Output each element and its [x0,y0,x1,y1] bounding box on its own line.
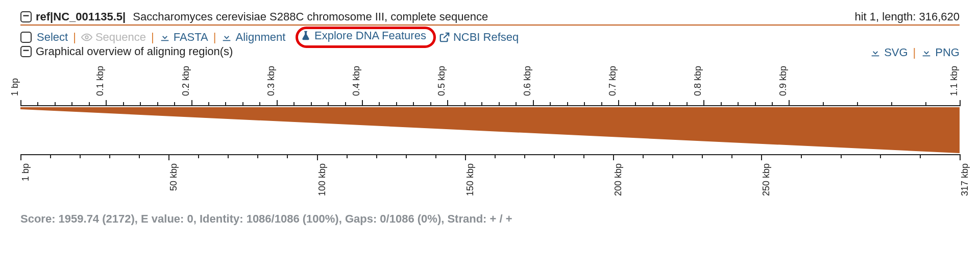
select-checkbox[interactable] [20,32,32,43]
fasta-link[interactable]: FASTA [159,31,208,44]
top-axis: 1 bp0.1 kbp0.2 kbp0.3 kbp0.4 kbp0.5 kbp0… [20,69,960,106]
export-png-link[interactable]: PNG [921,46,960,59]
svg-marker-1 [20,107,960,153]
axis-tick-label: 250 kbp [761,163,772,196]
eye-icon [81,32,92,43]
axis-tick-label: 50 kbp [168,163,179,191]
highlight-annotation: Explore DNA Features [296,27,436,48]
export-svg-link[interactable]: SVG [870,46,908,59]
axis-tick-label: 200 kbp [613,163,624,196]
hit-length: hit 1, length: 316,620 [855,10,960,23]
axis-tick-label: 0.8 kbp [693,66,703,96]
ref-description: Saccharomyces cerevisiae S288C chromosom… [133,10,488,23]
axis-tick-label: 0.9 kbp [778,66,789,96]
collapse-toggle-icon[interactable] [20,46,32,57]
axis-tick-label: 0.5 kbp [436,66,447,96]
axis-tick-label: 0.1 kbp [95,66,106,96]
alignment-label: Alignment [235,31,285,44]
select-link[interactable]: Select [37,31,68,44]
overview-label: Graphical overview of aligning region(s) [36,45,233,58]
axis-tick-label: 1.1 kbp [949,66,960,96]
axis-tick-label: 0.7 kbp [607,66,618,96]
ref-id: ref|NC_001135.5| [36,10,126,23]
actions-toolbar: Select | Sequence | FASTA | Alignment | [20,29,519,46]
axis-tick-label: 1 bp [10,78,20,96]
ncbi-label: NCBI Refseq [453,31,519,44]
axis-tick-label: 100 kbp [317,163,328,196]
explore-label: Explore DNA Features [314,29,426,42]
axis-tick-label: 0.2 kbp [181,66,191,96]
axis-tick-label: 1 bp [20,163,31,181]
download-icon [870,47,881,58]
axis-tick-label: 317 kbp [960,163,970,196]
explore-dna-link[interactable]: Explore DNA Features [300,29,426,42]
overview-header: Graphical overview of aligning region(s) [20,45,960,58]
bottom-axis: 1 bp50 kbp100 kbp150 kbp200 kbp250 kbp31… [20,154,960,195]
external-link-icon [439,32,450,43]
download-icon [921,47,932,58]
alignment-band [20,107,960,153]
export-toolbar: SVG | PNG [870,46,960,59]
fasta-label: FASTA [174,31,208,44]
axis-tick-label: 150 kbp [465,163,476,196]
download-icon [159,32,170,43]
ncbi-link[interactable]: NCBI Refseq [439,31,519,44]
download-icon [221,32,232,43]
alignment-chart: 1 bp0.1 kbp0.2 kbp0.3 kbp0.4 kbp0.5 kbp0… [20,69,960,195]
axis-tick-label: 0.6 kbp [522,66,533,96]
alignment-link[interactable]: Alignment [221,31,285,44]
sequence-link: Sequence [81,31,146,44]
axis-tick-label: 0.4 kbp [351,66,362,96]
export-svg-label: SVG [884,46,908,59]
alignment-stats: Score: 1959.74 (2172), E value: 0, Ident… [20,212,960,226]
result-header: ref|NC_001135.5| Saccharomyces cerevisia… [20,10,960,26]
sequence-label: Sequence [95,31,146,44]
export-png-label: PNG [935,46,960,59]
flask-icon [300,30,311,41]
svg-point-0 [85,36,88,39]
axis-tick-label: 0.3 kbp [266,66,277,96]
collapse-toggle-icon[interactable] [20,11,32,22]
